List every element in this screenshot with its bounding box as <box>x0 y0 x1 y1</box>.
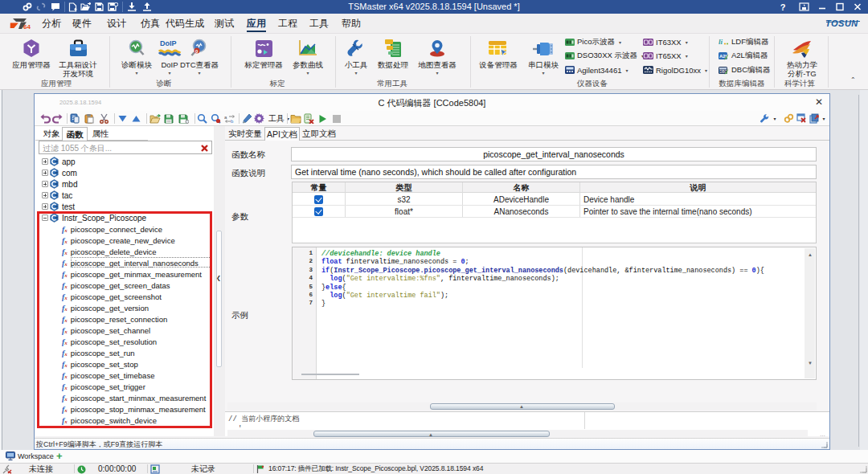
svg-text:64: 64 <box>23 23 31 31</box>
svg-text:DoIP: DoIP <box>160 39 177 47</box>
svg-text:li: li <box>719 38 723 46</box>
svg-text:TOSUN: TOSUN <box>825 18 858 28</box>
svg-text:a: a <box>224 115 227 120</box>
svg-text:b: b <box>231 119 234 124</box>
